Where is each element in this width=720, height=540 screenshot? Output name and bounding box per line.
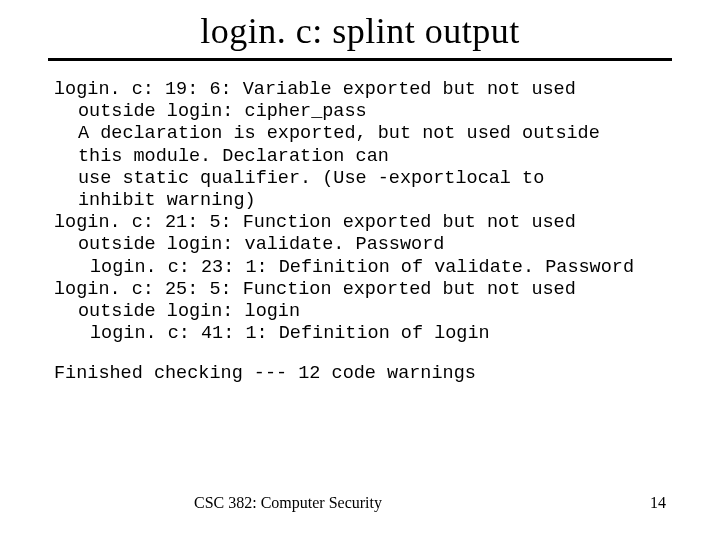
footer-page-number: 14	[650, 494, 666, 512]
code-line: this module. Declaration can	[54, 146, 666, 168]
slide: login. c: splint output login. c: 19: 6:…	[0, 0, 720, 540]
footer-course: CSC 382: Computer Security	[194, 494, 382, 512]
blank-line	[54, 345, 666, 363]
code-line: login. c: 21: 5: Function exported but n…	[54, 212, 666, 234]
code-line: outside login: cipher_pass	[54, 101, 666, 123]
slide-title: login. c: splint output	[0, 0, 720, 58]
slide-body: login. c: 19: 6: Variable exported but n…	[0, 79, 720, 385]
code-line: login. c: 41: 1: Definition of login	[54, 323, 666, 345]
code-line: Finished checking --- 12 code warnings	[54, 363, 666, 385]
code-line: outside login: validate. Password	[54, 234, 666, 256]
slide-footer: CSC 382: Computer Security 14	[0, 494, 720, 512]
code-line: outside login: login	[54, 301, 666, 323]
code-line: login. c: 25: 5: Function exported but n…	[54, 279, 666, 301]
code-line: A declaration is exported, but not used …	[54, 123, 666, 145]
title-rule	[48, 58, 672, 61]
code-line: login. c: 19: 6: Variable exported but n…	[54, 79, 666, 101]
code-line: inhibit warning)	[54, 190, 666, 212]
code-line: login. c: 23: 1: Definition of validate.…	[54, 257, 666, 279]
code-line: use static qualifier. (Use -exportlocal …	[54, 168, 666, 190]
